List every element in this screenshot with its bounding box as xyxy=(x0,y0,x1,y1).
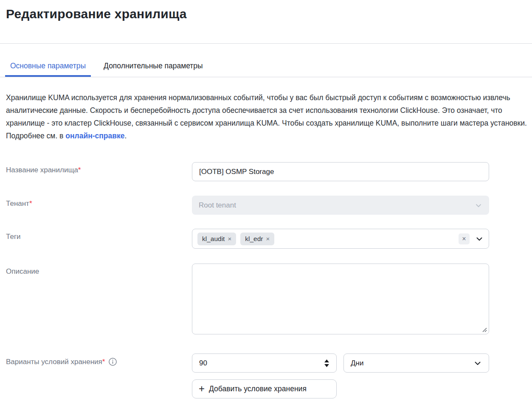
tab-main-parameters[interactable]: Основные параметры xyxy=(5,62,91,77)
tab-bar: Основные параметры Дополнительные параме… xyxy=(0,44,532,77)
form-row-name: Название хранилища* xyxy=(0,162,532,181)
tag-chip-kl-audit: kl_audit × xyxy=(197,233,236,245)
tags-multiselect[interactable]: kl_audit × kl_edr × × xyxy=(192,229,489,249)
name-field-label: Название хранилища* xyxy=(6,166,81,174)
remove-tag-icon[interactable]: × xyxy=(228,236,231,242)
retention-unit-value: Дни xyxy=(351,359,363,368)
page-title: Редактирование хранилища xyxy=(0,0,532,22)
form-row-tags: Теги kl_audit × kl_edr × × xyxy=(0,229,532,249)
add-retention-condition-button[interactable]: + Добавить условие хранения xyxy=(192,379,337,398)
tag-chip-label: kl_audit xyxy=(202,235,225,243)
tenant-select-disabled: Root tenant xyxy=(192,196,489,215)
storage-name-input[interactable] xyxy=(192,162,489,181)
tag-chip-label: kl_edr xyxy=(245,235,263,243)
info-icon[interactable] xyxy=(108,357,117,366)
tag-chip-kl-edr: kl_edr × xyxy=(240,233,274,245)
remove-tag-icon[interactable]: × xyxy=(266,236,270,242)
tenant-field-label: Тенант* xyxy=(6,199,32,208)
chevron-down-icon xyxy=(475,202,482,209)
required-asterisk: * xyxy=(102,358,105,366)
storage-form: Название хранилища* Тенант* Root tenant xyxy=(0,162,532,398)
online-help-link[interactable]: онлайн-справке xyxy=(65,132,124,140)
clear-all-tags-button[interactable]: × xyxy=(459,233,470,244)
add-button-label: Добавить условие хранения xyxy=(209,384,307,393)
storage-description-text: Хранилище KUMA используется для хранения… xyxy=(6,91,528,142)
form-row-retention: Варианты условий хранения* Дни xyxy=(0,354,532,398)
form-row-description: Описание xyxy=(0,264,532,336)
tags-field-label: Теги xyxy=(6,233,21,241)
plus-icon: + xyxy=(199,384,205,394)
form-row-tenant: Тенант* Root tenant xyxy=(0,196,532,215)
chevron-down-icon xyxy=(473,359,482,368)
edit-storage-page: Редактирование хранилища Основные параме… xyxy=(0,0,532,404)
retention-field-label: Варианты условий хранения* xyxy=(6,358,105,366)
resize-handle-icon[interactable] xyxy=(482,327,487,332)
tab-additional-parameters[interactable]: Дополнительные параметры xyxy=(99,62,208,77)
retention-unit-select[interactable]: Дни xyxy=(343,354,489,373)
chevron-down-icon[interactable] xyxy=(475,235,484,243)
retention-days-input[interactable] xyxy=(192,354,337,373)
description-textarea[interactable] xyxy=(192,264,489,334)
description-field-label: Описание xyxy=(6,267,39,276)
required-asterisk: * xyxy=(29,199,32,208)
tenant-select-value: Root tenant xyxy=(199,201,236,210)
required-asterisk: * xyxy=(78,166,81,174)
number-stepper-icon[interactable] xyxy=(324,359,329,367)
description-after-link: . xyxy=(125,132,127,140)
